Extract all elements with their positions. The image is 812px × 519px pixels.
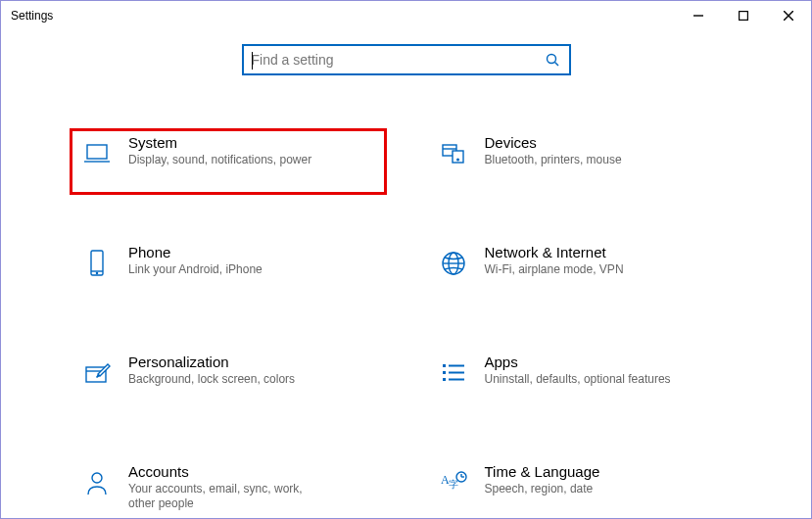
tile-title: Personalization bbox=[128, 354, 295, 370]
svg-rect-1 bbox=[740, 12, 748, 21]
paint-icon bbox=[73, 354, 120, 393]
svg-rect-6 bbox=[87, 145, 107, 159]
tile-time-language[interactable]: A字 Time & Language Speech, region, date bbox=[426, 457, 743, 519]
close-icon bbox=[784, 11, 793, 21]
maximize-icon bbox=[739, 11, 748, 21]
tile-desc: Speech, region, date bbox=[485, 482, 600, 496]
minimize-button[interactable] bbox=[676, 1, 721, 30]
minimize-icon bbox=[693, 11, 703, 21]
window-controls bbox=[676, 1, 811, 30]
settings-grid: System Display, sound, notifications, po… bbox=[1, 75, 811, 519]
tile-title: Phone bbox=[128, 244, 263, 260]
tile-desc: Link your Android, iPhone bbox=[128, 262, 263, 277]
tile-title: Network & Internet bbox=[485, 244, 624, 260]
svg-line-5 bbox=[554, 63, 558, 67]
search-input[interactable] bbox=[252, 52, 544, 68]
search-box[interactable] bbox=[242, 44, 571, 75]
search-icon bbox=[544, 51, 561, 69]
svg-rect-20 bbox=[443, 364, 446, 367]
tile-desc: Bluetooth, printers, mouse bbox=[485, 153, 622, 167]
svg-rect-24 bbox=[443, 378, 446, 381]
svg-point-14 bbox=[96, 272, 97, 273]
tile-title: Apps bbox=[485, 354, 671, 370]
svg-point-11 bbox=[456, 159, 458, 161]
tile-desc: Uninstall, defaults, optional features bbox=[485, 372, 671, 387]
time-language-icon: A字 bbox=[430, 463, 477, 502]
globe-icon bbox=[430, 244, 477, 283]
search-area bbox=[1, 30, 811, 75]
phone-icon bbox=[73, 244, 120, 283]
window-title: Settings bbox=[11, 9, 53, 23]
apps-icon bbox=[430, 354, 477, 393]
tile-accounts[interactable]: Accounts Your accounts, email, sync, wor… bbox=[70, 457, 387, 519]
devices-icon bbox=[430, 134, 477, 173]
close-button[interactable] bbox=[766, 1, 811, 30]
tile-title: Accounts bbox=[128, 463, 324, 480]
tile-devices[interactable]: Devices Bluetooth, printers, mouse bbox=[426, 128, 743, 195]
svg-text:字: 字 bbox=[449, 479, 458, 490]
tile-desc: Background, lock screen, colors bbox=[128, 372, 295, 387]
tile-personalization[interactable]: Personalization Background, lock screen,… bbox=[70, 348, 387, 414]
text-cursor bbox=[252, 52, 253, 70]
tile-apps[interactable]: Apps Uninstall, defaults, optional featu… bbox=[426, 348, 743, 414]
tile-title: System bbox=[128, 134, 311, 151]
svg-rect-22 bbox=[443, 371, 446, 374]
tile-desc: Wi-Fi, airplane mode, VPN bbox=[485, 262, 624, 277]
titlebar: Settings bbox=[1, 1, 811, 30]
svg-point-26 bbox=[92, 473, 102, 483]
person-icon bbox=[73, 463, 120, 502]
svg-point-4 bbox=[547, 55, 555, 64]
tile-desc: Your accounts, email, sync, work, other … bbox=[128, 482, 324, 511]
tile-network[interactable]: Network & Internet Wi-Fi, airplane mode,… bbox=[426, 238, 743, 305]
tile-desc: Display, sound, notifications, power bbox=[128, 153, 311, 167]
tile-system[interactable]: System Display, sound, notifications, po… bbox=[70, 128, 387, 195]
maximize-button[interactable] bbox=[721, 1, 766, 30]
tile-phone[interactable]: Phone Link your Android, iPhone bbox=[70, 238, 387, 305]
laptop-icon bbox=[73, 134, 120, 173]
tile-title: Devices bbox=[485, 134, 622, 151]
tile-title: Time & Language bbox=[485, 463, 600, 480]
